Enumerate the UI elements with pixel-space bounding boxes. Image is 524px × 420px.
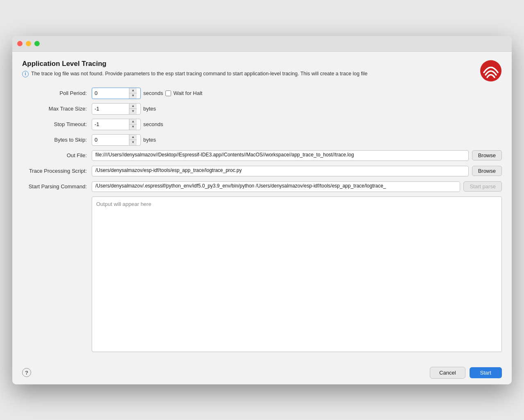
info-row: i The trace log file was not found. Prov… <box>22 70 480 78</box>
stop-timeout-row: Stop Timeout: ▲ ▼ seconds <box>22 119 502 130</box>
max-trace-size-spinner-btns: ▲ ▼ <box>129 104 137 114</box>
footer-left: ? <box>22 368 31 377</box>
stop-timeout-controls: ▲ ▼ seconds <box>92 119 502 130</box>
start-parsing-command-field[interactable]: /Users/denysalmazov/.espressif/python_en… <box>92 181 460 192</box>
bytes-to-skip-row: Bytes to Skip: ▲ ▼ bytes <box>22 134 502 146</box>
trace-processing-browse-button[interactable]: Browse <box>472 166 502 176</box>
footer: ? Cancel Start <box>12 363 512 384</box>
max-trace-size-decrement[interactable]: ▼ <box>129 109 137 114</box>
poll-period-decrement[interactable]: ▼ <box>129 93 137 99</box>
stop-timeout-spinner-btns: ▲ ▼ <box>129 119 137 130</box>
stop-timeout-unit: seconds <box>143 121 163 127</box>
maximize-button[interactable] <box>34 41 40 46</box>
bytes-to-skip-decrement[interactable]: ▼ <box>129 140 137 145</box>
max-trace-size-input[interactable] <box>92 104 129 113</box>
poll-period-input[interactable] <box>92 89 129 97</box>
out-file-field[interactable]: file:////Users//denysalmazov//Desktop//E… <box>92 150 469 161</box>
espressif-logo <box>480 60 502 82</box>
trace-processing-script-row: Trace Processing Script: /Users/denysalm… <box>22 165 502 177</box>
output-placeholder: Output will appear here <box>96 201 151 207</box>
out-file-row: Out File: file:////Users//denysalmazov//… <box>22 150 502 161</box>
start-button[interactable]: Start <box>470 367 502 378</box>
page-title: Application Level Tracing <box>22 60 480 68</box>
poll-period-spinner[interactable]: ▲ ▼ <box>92 88 141 99</box>
out-file-browse-button[interactable]: Browse <box>472 150 502 160</box>
content-area: Application Level Tracing i The trace lo… <box>12 52 512 363</box>
bytes-to-skip-increment[interactable]: ▲ <box>129 135 137 140</box>
stop-timeout-input[interactable] <box>92 120 129 129</box>
max-trace-size-label: Max Trace Size: <box>22 106 92 112</box>
bytes-to-skip-unit: bytes <box>143 137 156 143</box>
start-parsing-command-label: Start Parsing Command: <box>22 183 92 190</box>
start-parsing-command-row: Start Parsing Command: /Users/denysalmaz… <box>22 181 502 192</box>
max-trace-size-row: Max Trace Size: ▲ ▼ bytes <box>22 103 502 115</box>
poll-period-spinner-btns: ▲ ▼ <box>129 88 137 99</box>
trace-processing-script-field[interactable]: /Users/denysalmazov/esp-idf/tools/esp_ap… <box>92 166 469 176</box>
wait-for-halt-wrap[interactable]: Wait for Halt <box>165 90 202 96</box>
max-trace-size-increment[interactable]: ▲ <box>129 104 137 109</box>
stop-timeout-spinner[interactable]: ▲ ▼ <box>92 119 141 130</box>
out-file-controls: file:////Users//denysalmazov//Desktop//E… <box>92 150 502 161</box>
header-left: Application Level Tracing i The trace lo… <box>22 60 480 78</box>
bytes-to-skip-input[interactable] <box>92 135 129 144</box>
wait-for-halt-checkbox[interactable] <box>165 90 171 96</box>
poll-period-unit: seconds <box>143 90 163 96</box>
bytes-to-skip-spinner-btns: ▲ ▼ <box>129 135 137 145</box>
stop-timeout-increment[interactable]: ▲ <box>129 119 137 125</box>
cancel-button[interactable]: Cancel <box>430 367 465 379</box>
bytes-to-skip-spinner[interactable]: ▲ ▼ <box>92 134 141 146</box>
wait-for-halt-label: Wait for Halt <box>173 90 202 96</box>
poll-period-controls: ▲ ▼ seconds Wait for Halt <box>92 88 502 99</box>
main-window: Application Level Tracing i The trace lo… <box>12 36 512 384</box>
footer-right: Cancel Start <box>430 367 502 379</box>
output-row: Output will appear here <box>22 196 502 352</box>
start-parsing-command-controls: /Users/denysalmazov/.espressif/python_en… <box>92 181 502 192</box>
minimize-button[interactable] <box>26 41 31 46</box>
max-trace-size-spinner[interactable]: ▲ ▼ <box>92 103 141 115</box>
info-text: The trace log file was not found. Provid… <box>31 70 368 78</box>
titlebar <box>12 36 512 52</box>
trace-processing-script-controls: /Users/denysalmazov/esp-idf/tools/esp_ap… <box>92 166 502 176</box>
form-section: Poll Period: ▲ ▼ seconds Wait for Halt <box>22 88 502 352</box>
trace-processing-script-label: Trace Processing Script: <box>22 168 92 174</box>
poll-period-label: Poll Period: <box>22 90 92 96</box>
stop-timeout-decrement[interactable]: ▼ <box>129 124 137 130</box>
max-trace-size-controls: ▲ ▼ bytes <box>92 103 502 115</box>
out-file-label: Out File: <box>22 152 92 158</box>
start-parse-button[interactable]: Start parse <box>463 181 502 192</box>
help-button[interactable]: ? <box>22 368 31 377</box>
output-area: Output will appear here <box>92 196 502 352</box>
bytes-to-skip-label: Bytes to Skip: <box>22 137 92 143</box>
poll-period-increment[interactable]: ▲ <box>129 88 137 94</box>
info-icon: i <box>22 71 29 77</box>
bytes-to-skip-controls: ▲ ▼ bytes <box>92 134 502 146</box>
close-button[interactable] <box>17 41 23 46</box>
header-row: Application Level Tracing i The trace lo… <box>22 60 502 82</box>
max-trace-size-unit: bytes <box>143 106 156 112</box>
poll-period-row: Poll Period: ▲ ▼ seconds Wait for Halt <box>22 88 502 99</box>
stop-timeout-label: Stop Timeout: <box>22 121 92 127</box>
